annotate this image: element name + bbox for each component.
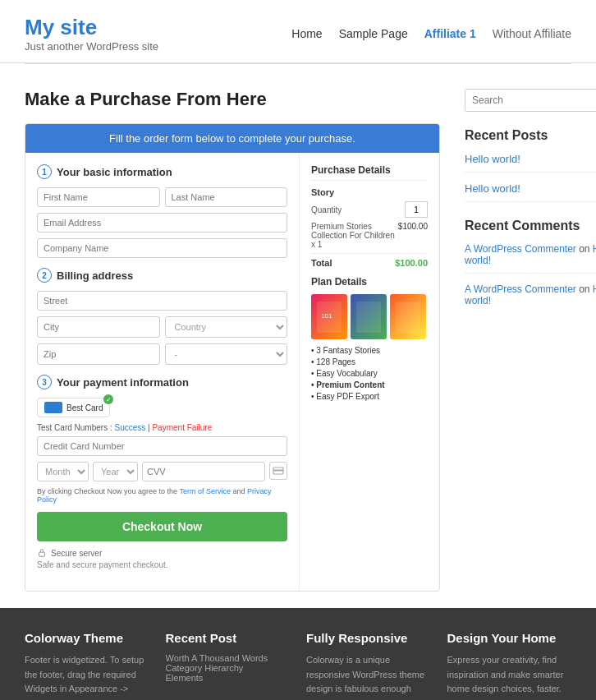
year-select[interactable]: Year xyxy=(93,462,138,481)
checkout-form: 1 Your basic information xyxy=(25,153,300,591)
basic-info-section: 1 Your basic information xyxy=(37,164,287,258)
company-row xyxy=(37,238,287,258)
nav-sample-page[interactable]: Sample Page xyxy=(339,27,408,40)
footer-col-3: Fully Responsive Colorway is a unique re… xyxy=(306,631,431,700)
card-badge[interactable]: Best Card ✓ xyxy=(37,398,110,417)
email-row xyxy=(37,213,287,233)
feature-4: Premium Content xyxy=(311,380,428,389)
footer-col-1-text: Footer is widgetized. To setup the foote… xyxy=(25,653,149,700)
search-input[interactable] xyxy=(465,90,596,111)
section-3-header: 3 Your payment information xyxy=(37,375,287,389)
city-input[interactable] xyxy=(37,316,160,338)
svg-rect-6 xyxy=(396,302,420,333)
country-select[interactable]: Country xyxy=(165,316,288,338)
test-card-label: Test Card Numbers : xyxy=(37,423,112,432)
site-tagline: Just another WordPress site xyxy=(25,40,158,53)
footer: Colorway Theme Footer is widgetized. To … xyxy=(0,608,596,700)
payment-label: Your payment information xyxy=(57,376,189,389)
checkout-box: Fill the order form below to complete yo… xyxy=(25,123,440,592)
section-num-1: 1 xyxy=(37,164,52,179)
recent-post-1[interactable]: Hello world! xyxy=(465,153,596,165)
comment-1: A WordPress Commenter on Hello world! xyxy=(465,243,596,266)
nav-without-affiliate[interactable]: Without Affiliate xyxy=(493,27,571,40)
total-label: Total xyxy=(311,258,332,268)
feature-2: 128 Pages xyxy=(311,357,428,366)
email-input[interactable] xyxy=(37,213,287,233)
footer-link-1[interactable]: Worth A Thousand Words xyxy=(166,653,291,663)
billing-section: 2 Billing address Country xyxy=(37,268,287,365)
company-input[interactable] xyxy=(37,238,287,258)
checkout-button[interactable]: Checkout Now xyxy=(37,512,287,541)
quantity-label: Quantity xyxy=(311,205,342,214)
month-year-cvv-row: Month Year xyxy=(37,462,287,481)
total-row: Total $100.00 xyxy=(311,253,428,268)
section-2-header: 2 Billing address xyxy=(37,268,287,283)
cvv-icon xyxy=(269,462,287,480)
feature-5: Easy PDF Export xyxy=(311,392,428,401)
terms-of-service-link[interactable]: Term of Service xyxy=(179,487,231,495)
secure-row: Secure server xyxy=(37,548,287,558)
quantity-input[interactable] xyxy=(405,201,428,218)
sidebar: 🔍 Recent Posts Hello world! Hello world!… xyxy=(465,89,596,592)
billing-label: Billing address xyxy=(57,269,133,282)
plan-features-list: 3 Fantasy Stories 128 Pages Easy Vocabul… xyxy=(311,346,428,401)
svg-rect-1 xyxy=(273,470,283,472)
payment-section: 3 Your payment information Best Card ✓ T… xyxy=(37,375,287,569)
page-title: Make a Purchase From Here xyxy=(25,89,440,110)
site-title: My site xyxy=(25,15,158,40)
commenter-2[interactable]: A WordPress Commenter xyxy=(465,283,576,295)
footer-col-4-text: Express your creativity, find inspiratio… xyxy=(447,653,572,697)
checkout-header-text: Fill the order form below to complete yo… xyxy=(25,124,439,153)
quantity-row: Quantity xyxy=(311,201,428,218)
commenter-1[interactable]: A WordPress Commenter xyxy=(465,243,576,255)
section-num-3: 3 xyxy=(37,375,52,389)
svg-text:101: 101 xyxy=(321,312,332,320)
cvv-input[interactable] xyxy=(142,462,265,481)
footer-col-4: Design Your Home Express your creativity… xyxy=(447,631,572,700)
product-row: Premium Stories Collection For Children … xyxy=(311,222,428,249)
plan-details-title: Plan Details xyxy=(311,276,428,288)
success-link[interactable]: Success xyxy=(114,423,145,432)
book-image-1: 101 xyxy=(311,294,347,339)
purchase-details-title: Purchase Details xyxy=(311,164,428,181)
footer-link-2[interactable]: Category Hierarchy xyxy=(166,663,291,673)
last-name-input[interactable] xyxy=(165,187,288,207)
month-select[interactable]: Month xyxy=(37,462,89,481)
test-card-text: Test Card Numbers : Success | Payment Fa… xyxy=(37,423,287,432)
recent-post-2[interactable]: Hello world! xyxy=(465,182,596,195)
lock-icon xyxy=(37,548,47,558)
zip-input[interactable] xyxy=(37,343,160,365)
left-column: Make a Purchase From Here Fill the order… xyxy=(25,89,440,592)
footer-col-2: Recent Post Worth A Thousand Words Categ… xyxy=(166,631,291,700)
footer-col-3-text: Colorway is a unique responsive WordPres… xyxy=(306,653,431,700)
comment-on-1: on xyxy=(579,243,593,255)
safe-text: Safe and secure payment checkout. xyxy=(37,560,287,569)
check-mark-icon: ✓ xyxy=(103,394,113,404)
basic-info-label: Your basic information xyxy=(57,166,172,178)
section-num-2: 2 xyxy=(37,268,52,283)
product-name: Premium Stories Collection For Children … xyxy=(311,222,398,249)
divider-3 xyxy=(465,273,596,274)
zip-dash-row: - xyxy=(37,343,287,365)
cc-input[interactable] xyxy=(37,436,287,456)
terms-text: By clicking Checkout Now you agree to th… xyxy=(37,487,287,504)
recent-comments-title: Recent Comments xyxy=(465,219,596,233)
product-price: $100.00 xyxy=(398,222,428,249)
site-branding: My site Just another WordPress site xyxy=(25,15,158,53)
footer-col-1: Colorway Theme Footer is widgetized. To … xyxy=(25,631,149,700)
first-name-input[interactable] xyxy=(37,187,160,207)
card-icon xyxy=(44,402,62,413)
footer-grid: Colorway Theme Footer is widgetized. To … xyxy=(25,631,571,700)
feature-3: Easy Vocabulary xyxy=(311,369,428,378)
nav-affiliate1[interactable]: Affiliate 1 xyxy=(424,27,476,40)
dash-select[interactable]: - xyxy=(165,343,288,365)
footer-link-3[interactable]: Elements xyxy=(166,673,291,683)
failure-link[interactable]: Payment Failure xyxy=(152,423,212,432)
nav-home[interactable]: Home xyxy=(291,27,322,40)
street-input[interactable] xyxy=(37,291,287,311)
divider-2 xyxy=(465,201,596,202)
story-label: Story xyxy=(311,187,428,197)
city-country-row: Country xyxy=(37,316,287,338)
main-content: Make a Purchase From Here Fill the order… xyxy=(0,64,596,608)
recent-comments-section: Recent Comments A WordPress Commenter on… xyxy=(465,219,596,306)
